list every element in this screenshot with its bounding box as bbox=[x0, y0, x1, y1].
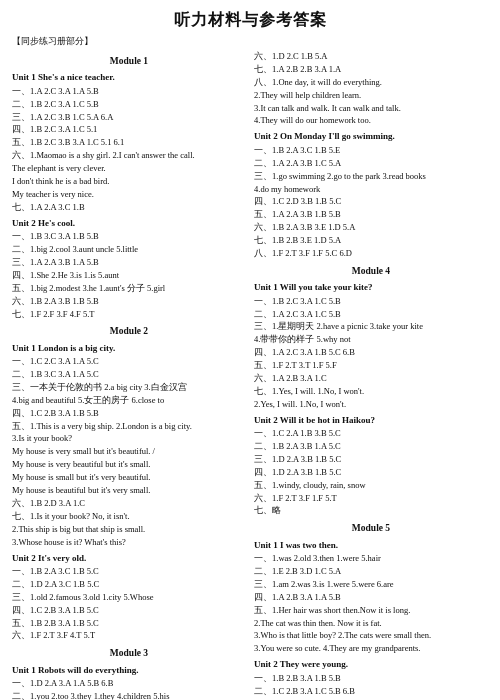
answer-line: 一、1.C 2.C 3.A 1.A 5.C bbox=[12, 356, 246, 368]
module-title: Module 3 bbox=[12, 646, 246, 660]
answer-line: 4.big and beautiful 5.女王的房子 6.close to bbox=[12, 395, 246, 407]
answer-line: 四、1.C 2.B 3.A 1.B 5.C bbox=[12, 605, 246, 617]
answer-line: 4.They will do our homework too. bbox=[254, 115, 488, 127]
answer-line: 六、1.F 2.T 3.F 1.F 5.T bbox=[254, 493, 488, 505]
answer-line: 一、1.B 3.C 3.A 1.B 5.B bbox=[12, 231, 246, 243]
answer-line: 3.Whose house is it? What's this? bbox=[12, 537, 246, 549]
answer-line: 六、1.B 2.A 3.B 1.B 5.B bbox=[12, 296, 246, 308]
answer-line: 二、1.B 2.A 3.B 1.A 5.C bbox=[254, 441, 488, 453]
answer-line: 四、1.C 2.D 3.B 1.B 5.C bbox=[254, 196, 488, 208]
answer-line: 七、1.Yes, I will. 1.No, I won't. bbox=[254, 386, 488, 398]
answer-line: 四、1.C 2.B 3.A 1.B 5.B bbox=[12, 408, 246, 420]
answer-line: 2.This ship is big but that ship is smal… bbox=[12, 524, 246, 536]
answer-line: 五、1.windy, cloudy, rain, snow bbox=[254, 480, 488, 492]
unit-title: Unit 2 It's very old. bbox=[12, 552, 246, 566]
answer-line: 二、1.D 2.A 3.C 1.B 5.C bbox=[12, 579, 246, 591]
answer-line: 二、1.C 2.B 3.A 1.C 5.B 6.B bbox=[254, 686, 488, 698]
unit-title: Unit 1 I was two then. bbox=[254, 539, 488, 553]
answer-line: 三、1.am 2.was 3.is 1.were 5.were 6.are bbox=[254, 579, 488, 591]
answer-line: 二、1.A 2.C 3.A 1.C 5.B bbox=[254, 309, 488, 321]
answer-line: 2.The cat was thin then. Now it is fat. bbox=[254, 618, 488, 630]
unit-title: Unit 2 He's cool. bbox=[12, 217, 246, 231]
answer-line: 七、略 bbox=[254, 505, 488, 517]
answer-line: 六、1.D 2.C 1.B 5.A bbox=[254, 51, 488, 63]
answer-line: 六、1.B 2.A 3.B 3.E 1.D 5.A bbox=[254, 222, 488, 234]
answer-line: 二、1.A 2.A 3.B 1.C 5.A bbox=[254, 158, 488, 170]
answer-line: 五、1.B 2.C 3.B 3.A 1.C 5.1 6.1 bbox=[12, 137, 246, 149]
answer-line: 六、1.Maomao is a shy girl. 2.I can't answ… bbox=[12, 150, 246, 162]
answer-line: I don't think he is a bad bird. bbox=[12, 176, 246, 188]
answer-line: The elephant is very clever. bbox=[12, 163, 246, 175]
answer-line: 八、1.F 2.T 3.F 1.F 5.C 6.D bbox=[254, 248, 488, 260]
answer-line: 五、1.F 2.T 3.T 1.F 5.F bbox=[254, 360, 488, 372]
answer-line: 七、1.Is it your book? No, it isn't. bbox=[12, 511, 246, 523]
answer-line: My teacher is very nice. bbox=[12, 189, 246, 201]
main-content: Module 1Unit 1 She's a nice teacher.一、1.… bbox=[12, 50, 488, 700]
answer-line: 4.do my homework bbox=[254, 184, 488, 196]
module-title: Module 4 bbox=[254, 264, 488, 278]
answer-line: My house is very beautiful but it's smal… bbox=[12, 459, 246, 471]
answer-line: 八、1.One day, it will do everything. bbox=[254, 77, 488, 89]
answer-line: 一、1.B 2.B 3.A 1.B 5.B bbox=[254, 673, 488, 685]
answer-line: 二、1.E 2.B 3.D 1.C 5.A bbox=[254, 566, 488, 578]
answer-line: 三、1.old 2.famous 3.old 1.city 5.Whose bbox=[12, 592, 246, 604]
answer-line: 2.They will help children learn. bbox=[254, 90, 488, 102]
unit-title: Unit 2 On Monday I'll go swimming. bbox=[254, 130, 488, 144]
answer-line: 二、1.you 2.too 3.they 1.they 4.children 5… bbox=[12, 691, 246, 700]
answer-line: 四、1.A 2.B 3.A 1.A 5.B bbox=[254, 592, 488, 604]
answer-line: 六、1.A 2.B 3.A 1.C bbox=[254, 373, 488, 385]
answer-line: 一、1.was 2.old 3.then 1.were 5.hair bbox=[254, 553, 488, 565]
unit-title: Unit 2 They were young. bbox=[254, 658, 488, 672]
unit-title: Unit 2 Will it be hot in Haikou? bbox=[254, 414, 488, 428]
unit-title: Unit 1 She's a nice teacher. bbox=[12, 71, 246, 85]
answer-line: 七、1.A 2.A 3.C 1.B bbox=[12, 202, 246, 214]
answer-line: 3.You were so cute. 4.They are my grandp… bbox=[254, 643, 488, 655]
answer-line: 三、1.go swimming 2.go to the park 3.read … bbox=[254, 171, 488, 183]
answer-line: 七、1.B 2.B 3.E 1.D 5.A bbox=[254, 235, 488, 247]
answer-line: 一、1.B 2.C 3.A 1.C 5.B bbox=[254, 296, 488, 308]
page-title: 听力材料与参考答案 bbox=[12, 10, 488, 31]
section-label: 【同步练习册部分】 bbox=[12, 35, 488, 48]
answer-line: 七、1.F 2.F 3.F 4.F 5.T bbox=[12, 309, 246, 321]
answer-line: 五、1.Her hair was short then.Now it is lo… bbox=[254, 605, 488, 617]
answer-line: 五、1.This is a very big ship. 2.London is… bbox=[12, 421, 246, 433]
answer-line: My house is small but it's very beautifu… bbox=[12, 472, 246, 484]
module-title: Module 2 bbox=[12, 324, 246, 338]
answer-line: 一、1.B 2.A 3.C 1.B 5.C bbox=[12, 566, 246, 578]
answer-line: 五、1.B 2.B 3.A 1.B 5.C bbox=[12, 618, 246, 630]
answer-line: 一、1.B 2.A 3.C 1.B 5.E bbox=[254, 145, 488, 157]
answer-line: 三、一本关于伦敦的书 2.a big city 3.白金汉宫 bbox=[12, 382, 246, 394]
answer-line: 四、1.B 2.C 3.A 1.C 5.1 bbox=[12, 124, 246, 136]
unit-title: Unit 1 Will you take your kite? bbox=[254, 281, 488, 295]
answer-line: 四、1.D 2.A 3.B 1.B 5.C bbox=[254, 467, 488, 479]
right-column: 六、1.D 2.C 1.B 5.A七、1.A 2.B 2.B 3.A 1.A八、… bbox=[254, 50, 488, 700]
answer-line: 五、1.A 2.A 3.B 1.B 5.B bbox=[254, 209, 488, 221]
answer-line: 3.Is it your book? bbox=[12, 433, 246, 445]
answer-line: 二、1.big 2.cool 3.aunt uncle 5.little bbox=[12, 244, 246, 256]
left-column: Module 1Unit 1 She's a nice teacher.一、1.… bbox=[12, 50, 246, 700]
module-title: Module 1 bbox=[12, 54, 246, 68]
answer-line: 五、1.big 2.modest 3.he 1.aunt's 分子 5.girl bbox=[12, 283, 246, 295]
answer-line: 四、1.A 2.C 3.A 1.B 5.C 6.B bbox=[254, 347, 488, 359]
unit-title: Unit 1 Robots will do everything. bbox=[12, 664, 246, 678]
answer-line: 三、1.D 2.A 3.B 1.B 5.C bbox=[254, 454, 488, 466]
answer-line: 二、1.B 3.C 3.A 1.A 5.C bbox=[12, 369, 246, 381]
answer-line: 4.带带你的样子 5.why not bbox=[254, 334, 488, 346]
answer-line: My house is beautiful but it's very smal… bbox=[12, 485, 246, 497]
answer-line: 四、1.She 2.He 3.is 1.is 5.aunt bbox=[12, 270, 246, 282]
answer-line: My house is very small but it's beautifu… bbox=[12, 446, 246, 458]
answer-line: 一、1.D 2.A 3.A 1.A 5.B 6.B bbox=[12, 678, 246, 690]
answer-line: 三、1.A 2.A 3.B 1.A 5.B bbox=[12, 257, 246, 269]
answer-line: 六、1.F 2.T 3.F 4.T 5.T bbox=[12, 630, 246, 642]
answer-line: 3.It can talk and walk. It can walk and … bbox=[254, 103, 488, 115]
answer-line: 三、1.A 2.C 3.B 1.C 5.A 6.A bbox=[12, 112, 246, 124]
answer-line: 2.Yes, I will. 1.No, I won't. bbox=[254, 399, 488, 411]
answer-line: 一、1.C 2.A 1.B 3.B 5.C bbox=[254, 428, 488, 440]
module-title: Module 5 bbox=[254, 521, 488, 535]
answer-line: 三、1.星期明天 2.have a picnic 3.take your kit… bbox=[254, 321, 488, 333]
answer-line: 一、1.A 2.C 3.A 1.A 5.B bbox=[12, 86, 246, 98]
answer-line: 六、1.B 2.D 3.A 1.C bbox=[12, 498, 246, 510]
answer-line: 七、1.A 2.B 2.B 3.A 1.A bbox=[254, 64, 488, 76]
answer-line: 二、1.B 2.C 3.A 1.C 5.B bbox=[12, 99, 246, 111]
unit-title: Unit 1 London is a big city. bbox=[12, 342, 246, 356]
